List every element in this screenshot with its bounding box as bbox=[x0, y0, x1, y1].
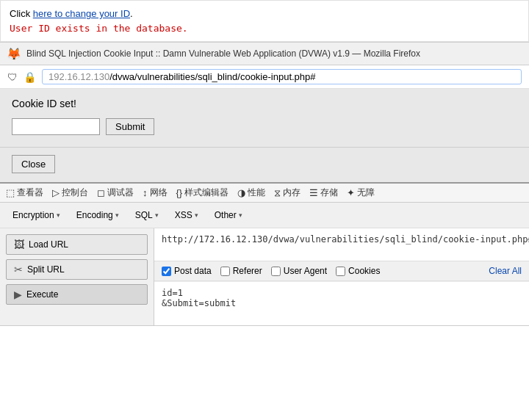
inspector-icon: ⬚ bbox=[6, 187, 15, 198]
close-button[interactable]: Close bbox=[12, 155, 55, 173]
referer-checkbox[interactable] bbox=[220, 267, 230, 276]
xss-dropdown[interactable]: XSS ▾ bbox=[168, 207, 205, 223]
devtools-network[interactable]: ↕ 网络 bbox=[143, 187, 168, 199]
submit-row: Submit bbox=[12, 118, 517, 135]
other-label: Other bbox=[215, 210, 237, 220]
network-icon: ↕ bbox=[143, 187, 148, 198]
cookie-id-label: Cookie ID set! bbox=[12, 98, 517, 109]
console-label: 控制台 bbox=[62, 187, 88, 199]
user-agent-checkbox[interactable] bbox=[271, 267, 281, 276]
xss-label: XSS bbox=[175, 210, 192, 220]
post-data-content: id=1&Submit=submit bbox=[162, 288, 522, 308]
load-url-label: Load URL bbox=[29, 239, 68, 250]
execute-button[interactable]: ▶ Execute bbox=[6, 284, 148, 305]
cookies-checkbox-label[interactable]: Cookies bbox=[336, 266, 380, 276]
url-path: /dvwa/vulnerabilities/sqli_blind/cookie-… bbox=[109, 71, 315, 82]
other-chevron: ▾ bbox=[239, 211, 242, 219]
browser-titlebar: 🦊 Blind SQL Injection Cookie Input :: Da… bbox=[0, 42, 529, 65]
debugger-label: 调试器 bbox=[107, 187, 134, 199]
devtools-debugger[interactable]: ◻ 调试器 bbox=[97, 187, 134, 199]
click-prefix: Click bbox=[10, 8, 33, 19]
user-agent-checkbox-label[interactable]: User Agent bbox=[271, 266, 327, 276]
encryption-dropdown[interactable]: Encryption ▾ bbox=[6, 207, 67, 223]
performance-label: 性能 bbox=[248, 187, 265, 199]
click-suffix: . bbox=[130, 8, 133, 19]
memory-icon: ⧖ bbox=[274, 187, 281, 199]
execute-icon: ▶ bbox=[14, 289, 22, 300]
encoding-label: Encoding bbox=[76, 210, 113, 220]
load-url-button[interactable]: 🖼 Load URL bbox=[6, 234, 148, 255]
encryption-chevron: ▾ bbox=[57, 211, 60, 219]
address-url[interactable]: 192.16.12.130/dvwa/vulnerabilities/sqli_… bbox=[42, 69, 522, 84]
cookies-label: Cookies bbox=[348, 266, 380, 276]
hackbar: Encryption ▾ Encoding ▾ SQL ▾ XSS ▾ Othe… bbox=[0, 203, 529, 326]
sql-label: SQL bbox=[135, 210, 153, 220]
performance-icon: ◑ bbox=[237, 187, 245, 198]
xss-chevron: ▾ bbox=[195, 211, 198, 219]
notification-bar: Click here to change your ID. User ID ex… bbox=[0, 0, 529, 42]
style-editor-label: 样式编辑器 bbox=[184, 187, 228, 199]
post-data-checkbox[interactable] bbox=[162, 267, 171, 276]
lock-icon: 🔒 bbox=[24, 71, 36, 83]
devtools-style-editor[interactable]: {} 样式编辑器 bbox=[176, 187, 229, 199]
post-data-area: id=1&Submit=submit bbox=[154, 281, 529, 325]
split-url-button[interactable]: ✂ Split URL bbox=[6, 259, 148, 280]
memory-label: 内存 bbox=[283, 187, 301, 199]
hackbar-main: 🖼 Load URL ✂ Split URL ▶ Execute Post da… bbox=[0, 228, 529, 325]
devtools-memory[interactable]: ⧖ 内存 bbox=[274, 187, 301, 199]
split-url-label: Split URL bbox=[27, 264, 65, 275]
page-content-area: Cookie ID set! Submit bbox=[0, 89, 529, 148]
devtools-accessibility[interactable]: ✦ 无障 bbox=[347, 187, 375, 199]
shield-icon: 🛡 bbox=[7, 71, 18, 83]
id-input[interactable] bbox=[12, 118, 100, 135]
debugger-icon: ◻ bbox=[97, 187, 105, 198]
url-input[interactable] bbox=[154, 228, 529, 261]
user-id-message: User ID exists in the database. bbox=[10, 23, 188, 34]
load-url-icon: 🖼 bbox=[14, 239, 24, 250]
hackbar-left-panel: 🖼 Load URL ✂ Split URL ▶ Execute bbox=[0, 228, 154, 325]
hackbar-toolbar: Encryption ▾ Encoding ▾ SQL ▾ XSS ▾ Othe… bbox=[0, 203, 529, 228]
storage-label: 存储 bbox=[320, 187, 338, 199]
browser-title: Blind SQL Injection Cookie Input :: Damn… bbox=[26, 48, 420, 59]
sql-chevron: ▾ bbox=[155, 211, 159, 219]
submit-button[interactable]: Submit bbox=[106, 118, 154, 135]
post-data-label: Post data bbox=[174, 266, 212, 276]
encryption-label: Encryption bbox=[12, 210, 54, 220]
inspector-label: 查看器 bbox=[17, 187, 43, 199]
split-url-icon: ✂ bbox=[14, 264, 23, 275]
post-data-checkbox-label[interactable]: Post data bbox=[162, 266, 212, 276]
devtools-performance[interactable]: ◑ 性能 bbox=[237, 187, 265, 199]
user-agent-label: User Agent bbox=[284, 266, 327, 276]
storage-icon: ☰ bbox=[309, 187, 318, 198]
address-bar: 🛡 🔒 192.16.12.130/dvwa/vulnerabilities/s… bbox=[0, 65, 529, 89]
execute-label: Execute bbox=[26, 289, 58, 300]
close-area: Close bbox=[0, 148, 529, 184]
devtools-inspector[interactable]: ⬚ 查看器 bbox=[6, 187, 43, 199]
change-id-link[interactable]: here to change your ID bbox=[33, 8, 130, 19]
sql-dropdown[interactable]: SQL ▾ bbox=[129, 207, 165, 223]
console-icon: ▷ bbox=[52, 187, 60, 198]
other-dropdown[interactable]: Other ▾ bbox=[208, 207, 249, 223]
accessibility-label: 无障 bbox=[357, 187, 375, 199]
accessibility-icon: ✦ bbox=[347, 187, 355, 198]
encoding-dropdown[interactable]: Encoding ▾ bbox=[70, 207, 126, 223]
firefox-icon: 🦊 bbox=[7, 47, 21, 60]
devtools-console[interactable]: ▷ 控制台 bbox=[52, 187, 88, 199]
clear-all-button[interactable]: Clear All bbox=[489, 266, 522, 276]
options-row: Post data Referer User Agent Cookies Cle… bbox=[154, 261, 529, 281]
style-editor-icon: {} bbox=[176, 187, 183, 198]
encoding-chevron: ▾ bbox=[115, 211, 119, 219]
referer-label: Referer bbox=[233, 266, 262, 276]
devtools-storage[interactable]: ☰ 存储 bbox=[309, 187, 338, 199]
network-label: 网络 bbox=[150, 187, 168, 199]
hackbar-right-panel: Post data Referer User Agent Cookies Cle… bbox=[154, 228, 529, 325]
devtools-bar: ⬚ 查看器 ▷ 控制台 ◻ 调试器 ↕ 网络 {} 样式编辑器 ◑ 性能 ⧖ 内… bbox=[0, 184, 529, 203]
url-base: 192.16.12.130 bbox=[48, 71, 109, 82]
cookies-checkbox[interactable] bbox=[336, 267, 345, 276]
referer-checkbox-label[interactable]: Referer bbox=[220, 266, 262, 276]
